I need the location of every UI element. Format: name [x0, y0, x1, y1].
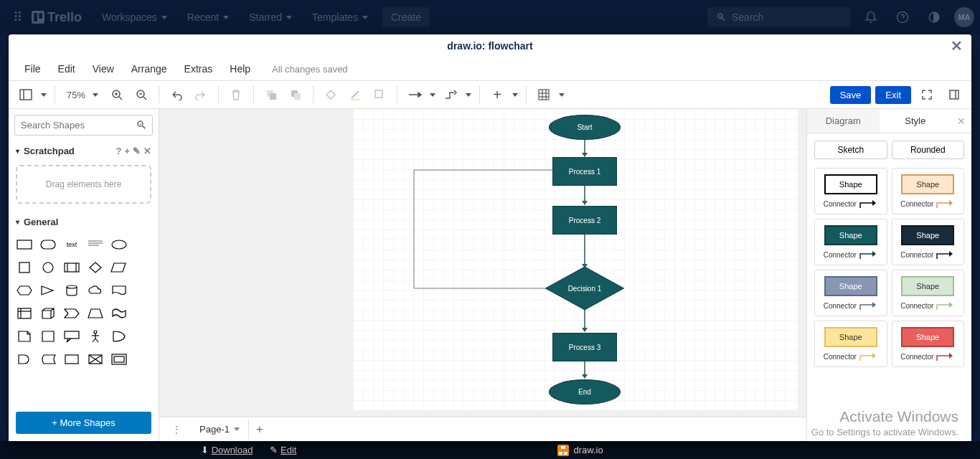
shape-circle[interactable] — [38, 257, 59, 278]
flowchart-end-node[interactable]: End — [549, 379, 621, 404]
fill-color-button[interactable] — [319, 83, 342, 106]
close-icon[interactable]: ✕ — [143, 146, 151, 156]
tab-page-1[interactable]: Page-1 — [191, 420, 249, 439]
shape-collate[interactable] — [85, 349, 106, 369]
style-swatch-2[interactable]: ShapeConnector — [814, 219, 887, 265]
drawio-link[interactable]: draw.io — [557, 445, 603, 456]
edit-link[interactable]: ✎ Edit — [270, 445, 296, 455]
download-link[interactable]: ⬇ Download — [201, 445, 253, 455]
shape-rectangle[interactable] — [14, 235, 35, 255]
line-color-button[interactable] — [344, 83, 367, 106]
nav-workspaces[interactable]: Workspaces — [93, 7, 176, 27]
flowchart-process-3[interactable]: Process 3 — [552, 333, 617, 361]
menu-file[interactable]: File — [17, 60, 48, 77]
delete-button[interactable] — [225, 83, 248, 106]
flowchart-start-node[interactable]: Start — [549, 115, 621, 140]
waypoint-button[interactable] — [439, 83, 462, 106]
connection-button[interactable] — [403, 83, 426, 106]
theme-icon[interactable] — [923, 6, 946, 29]
menu-edit[interactable]: Edit — [51, 60, 83, 77]
nav-starred[interactable]: Starred — [240, 7, 301, 27]
create-button[interactable]: Create — [382, 7, 430, 27]
redo-button[interactable] — [189, 83, 212, 106]
shape-or[interactable] — [108, 326, 129, 346]
to-back-button[interactable] — [284, 83, 307, 106]
to-front-button[interactable] — [260, 83, 283, 106]
avatar[interactable]: MA — [954, 7, 974, 27]
shape-callout[interactable] — [62, 326, 83, 346]
style-swatch-3[interactable]: ShapeConnector — [892, 219, 965, 265]
shape-cloud[interactable] — [85, 280, 106, 301]
menu-extras[interactable]: Extras — [177, 60, 220, 77]
shape-note[interactable] — [14, 326, 35, 346]
shape-and[interactable] — [14, 349, 35, 369]
apps-grid-icon[interactable]: ⠿ — [6, 6, 29, 29]
close-panel-icon[interactable]: ✕ — [951, 109, 971, 133]
shape-actor[interactable] — [85, 326, 106, 346]
menu-arrange[interactable]: Arrange — [124, 60, 174, 77]
nav-templates[interactable]: Templates — [303, 7, 377, 27]
style-swatch-0[interactable]: ShapeConnector — [814, 168, 887, 214]
general-header[interactable]: ▾ General — [9, 212, 159, 232]
insert-button[interactable]: + — [486, 83, 509, 106]
flowchart-decision-1[interactable]: Decision 1 — [545, 269, 624, 308]
view-toggle-button[interactable] — [14, 83, 37, 106]
shape-hexagon[interactable] — [14, 280, 35, 301]
notifications-icon[interactable] — [859, 6, 882, 29]
shape-cylinder[interactable] — [62, 280, 83, 301]
zoom-value[interactable]: 75% — [61, 90, 104, 100]
shape-diamond[interactable] — [85, 257, 106, 278]
search-shapes-input[interactable] — [14, 115, 153, 136]
format-panel-toggle-icon[interactable] — [943, 83, 966, 106]
shape-parallelogram[interactable] — [108, 257, 129, 278]
shape-container[interactable] — [62, 349, 83, 369]
shape-rounded-rect[interactable] — [38, 235, 59, 255]
shape-internal-storage[interactable] — [14, 303, 35, 323]
style-swatch-5[interactable]: ShapeConnector — [892, 270, 965, 316]
add-page-button[interactable]: + — [252, 419, 267, 440]
shape-data-storage[interactable] — [38, 349, 59, 369]
style-swatch-6[interactable]: ShapeConnector — [814, 321, 887, 367]
style-swatch-1[interactable]: ShapeConnector — [892, 168, 965, 214]
connection-dropdown[interactable] — [428, 83, 438, 106]
insert-dropdown[interactable] — [510, 83, 520, 106]
menu-help[interactable]: Help — [222, 60, 258, 77]
page-menu-button[interactable]: ⋮ — [165, 418, 188, 441]
view-toggle-dropdown[interactable] — [39, 83, 49, 106]
undo-button[interactable] — [165, 83, 188, 106]
scratchpad-dropzone[interactable]: Drag elements here — [16, 165, 151, 204]
save-button[interactable]: Save — [830, 86, 872, 104]
table-dropdown[interactable] — [557, 83, 567, 106]
scratchpad-header[interactable]: ▾ Scratchpad ? + ✎ ✕ — [9, 141, 159, 161]
shape-ellipse[interactable] — [108, 235, 129, 255]
table-button[interactable] — [532, 83, 555, 106]
style-swatch-7[interactable]: ShapeConnector — [892, 321, 965, 367]
zoom-in-button[interactable] — [105, 83, 128, 106]
help-icon[interactable]: ? — [116, 146, 121, 156]
zoom-out-button[interactable] — [130, 83, 153, 106]
fullscreen-icon[interactable] — [915, 83, 938, 106]
shape-step[interactable] — [62, 303, 83, 323]
style-swatch-4[interactable]: ShapeConnector — [814, 270, 887, 316]
shape-process[interactable] — [62, 257, 83, 278]
canvas[interactable]: Start Process 1 Process 2 Decision 1 Pro… — [159, 109, 806, 417]
edit-icon[interactable]: ✎ — [133, 146, 141, 156]
shape-cube[interactable] — [38, 303, 59, 323]
shape-triangle[interactable] — [38, 280, 59, 301]
trello-logo[interactable]: Trello — [32, 10, 82, 25]
shape-card[interactable] — [38, 326, 59, 346]
more-shapes-button[interactable]: + More Shapes — [16, 412, 151, 434]
rounded-toggle[interactable]: Rounded — [892, 141, 965, 159]
shadow-button[interactable] — [368, 83, 391, 106]
tab-style[interactable]: Style — [880, 109, 952, 133]
shape-document[interactable] — [108, 280, 129, 301]
close-icon[interactable]: ✕ — [951, 37, 963, 55]
sketch-toggle[interactable]: Sketch — [814, 141, 887, 159]
shape-trapezoid[interactable] — [85, 303, 106, 323]
help-icon[interactable] — [891, 6, 914, 29]
nav-recent[interactable]: Recent — [179, 7, 237, 27]
shape-tape[interactable] — [108, 303, 129, 323]
flowchart-process-1[interactable]: Process 1 — [552, 157, 617, 186]
add-icon[interactable]: + — [124, 146, 130, 156]
shape-text[interactable]: text — [62, 235, 83, 255]
